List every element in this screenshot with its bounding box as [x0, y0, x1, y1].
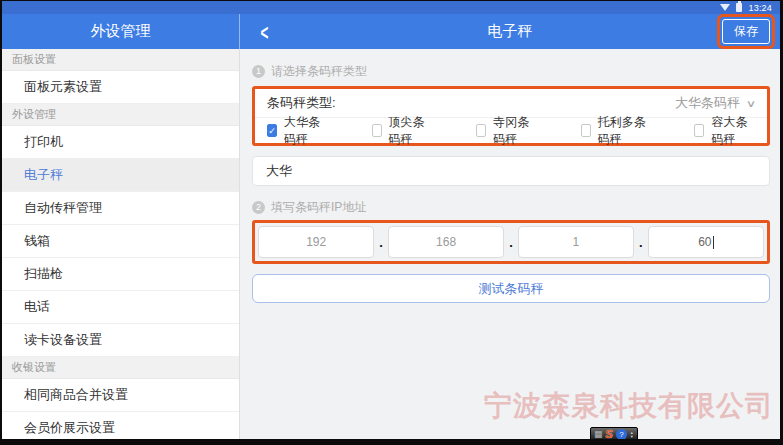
checkbox-label: 大华条码秤: [284, 114, 328, 148]
checkbox-unchecked-icon[interactable]: [372, 124, 382, 137]
step1-label-row: 1 请选择条码秤类型: [252, 63, 770, 79]
s-logo-icon[interactable]: S: [606, 429, 613, 439]
scale-type-selected-value: 大华条码秤 ∨: [675, 94, 755, 112]
app-header: 外设管理 < 电子秤 保存: [2, 14, 780, 49]
sidebar-item-merge-same-goods[interactable]: 相同商品合并设置: [2, 379, 239, 412]
step1-number-icon: 1: [252, 65, 265, 78]
ip-octet-4-field[interactable]: 60: [648, 226, 764, 258]
save-annotation-box: 保存: [717, 14, 775, 49]
checkbox-dingjian-scale[interactable]: 顶尖条码秤: [372, 114, 433, 148]
battery-icon: [736, 3, 742, 12]
scale-type-label: 条码秤类型:: [267, 94, 336, 112]
android-status-bar: 13:24: [2, 1, 780, 14]
step2-number-icon: 2: [252, 201, 265, 214]
ip-octet-2-field[interactable]: 168: [388, 226, 504, 258]
step1-label: 请选择条码秤类型: [271, 63, 367, 80]
app-screen: 13:24 外设管理 < 电子秤 保存 面板设置 面板元素设置 外设管理 打印机…: [2, 1, 780, 439]
checkbox-rongda-scale[interactable]: 容大条码秤: [694, 114, 755, 148]
ip-octet-1-field[interactable]: 192: [258, 226, 374, 258]
sidebar-item-printer[interactable]: 打印机: [2, 126, 239, 159]
ip-dot-separator: .: [379, 235, 383, 250]
sidebar-item-panel-elements[interactable]: 面板元素设置: [2, 71, 239, 104]
grid-icon: ▦: [594, 430, 603, 439]
scale-type-annotation-box: 条码秤类型: 大华条码秤 ∨ ✓ 大华条码秤 顶尖条码秤: [252, 86, 770, 146]
help-icon[interactable]: ?: [616, 429, 627, 439]
ip-dot-separator: .: [639, 235, 643, 250]
sidebar-item-electronic-scale[interactable]: 电子秤: [2, 159, 239, 192]
ip-dot-separator: .: [509, 235, 513, 250]
checkbox-unchecked-icon[interactable]: [581, 124, 591, 137]
clock-text: 13:24: [748, 3, 772, 13]
ip-octet-3-field[interactable]: 1: [518, 226, 634, 258]
checkbox-dahua-scale[interactable]: ✓ 大华条码秤: [267, 114, 328, 148]
checkbox-label: 顶尖条码秤: [389, 114, 433, 148]
settings-sidebar: 面板设置 面板元素设置 外设管理 打印机 电子秤 自动传秤管理 钱箱 扫描枪 电…: [2, 49, 240, 439]
sidebar-header-title: 外设管理: [2, 14, 240, 49]
sidebar-section-cashier-settings: 收银设置: [2, 357, 239, 379]
sidebar-item-card-reader[interactable]: 读卡设备设置: [2, 324, 239, 357]
text-cursor: [713, 236, 714, 249]
checkbox-label: 寺冈条码秤: [493, 114, 537, 148]
scale-settings-panel: 1 请选择条码秤类型 条码秤类型: 大华条码秤 ∨ ✓ 大华条: [240, 49, 780, 439]
checkbox-checked-icon[interactable]: ✓: [267, 124, 277, 137]
sidebar-item-phone[interactable]: 电话: [2, 291, 239, 324]
scale-name-field[interactable]: 大华: [252, 156, 770, 186]
page-header: < 电子秤 保存: [240, 14, 780, 49]
page-title: 电子秤: [240, 22, 780, 41]
step2-label-row: 2 填写条码秤IP地址: [252, 199, 770, 215]
sidebar-item-member-price-display[interactable]: 会员价展示设置: [2, 412, 239, 439]
collapse-arrows-icon[interactable]: ▲ ▼: [630, 431, 634, 439]
step2-label: 填写条码秤IP地址: [271, 199, 366, 216]
scale-type-checkbox-row: ✓ 大华条码秤 顶尖条码秤 寺冈条码秤 托: [255, 118, 767, 143]
checkbox-unchecked-icon[interactable]: [476, 124, 486, 137]
arrow-down-icon: ▼: [630, 435, 634, 439]
screenshot-overlay-toolbar: ▦ S ? ▲ ▼: [590, 427, 638, 439]
ip-octet-4-value: 60: [698, 235, 711, 249]
chevron-down-icon: ∨: [746, 97, 756, 109]
tablet-screenshot: 13:24 外设管理 < 电子秤 保存 面板设置 面板元素设置 外设管理 打印机…: [0, 0, 783, 445]
body: 面板设置 面板元素设置 外设管理 打印机 电子秤 自动传秤管理 钱箱 扫描枪 电…: [2, 49, 780, 439]
sidebar-item-auto-scale-mgmt[interactable]: 自动传秤管理: [2, 192, 239, 225]
sidebar-item-scanner-gun[interactable]: 扫描枪: [2, 258, 239, 291]
sidebar-item-cash-drawer[interactable]: 钱箱: [2, 225, 239, 258]
checkbox-label: 托利多条码秤: [598, 114, 651, 148]
test-scale-button[interactable]: 测试条码秤: [252, 274, 770, 303]
save-button[interactable]: 保存: [722, 19, 770, 44]
ip-address-annotation-box: 192 . 168 . 1 . 60: [252, 220, 770, 264]
checkbox-tuoliduo-scale[interactable]: 托利多条码秤: [581, 114, 651, 148]
checkbox-sigang-scale[interactable]: 寺冈条码秤: [476, 114, 537, 148]
sidebar-section-peripherals: 外设管理: [2, 104, 239, 126]
checkbox-label: 容大条码秤: [711, 114, 755, 148]
checkbox-unchecked-icon[interactable]: [694, 124, 704, 137]
wifi-icon: [720, 4, 730, 11]
scale-type-value-text: 大华条码秤: [675, 94, 740, 112]
sidebar-section-panel-settings: 面板设置: [2, 49, 239, 71]
